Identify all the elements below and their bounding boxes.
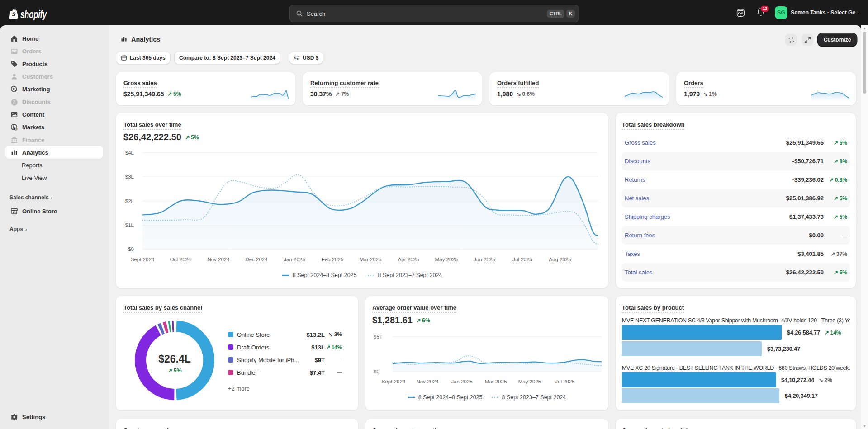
svg-text:Nov 2024: Nov 2024 bbox=[207, 257, 230, 262]
svg-text:Sept 2024: Sept 2024 bbox=[382, 379, 406, 384]
svg-text:↗ 5%: ↗ 5% bbox=[167, 368, 181, 374]
svg-text:$1L: $1L bbox=[125, 222, 134, 228]
svg-text:$5T: $5T bbox=[374, 334, 383, 339]
svg-text:May 2025: May 2025 bbox=[435, 257, 458, 262]
svg-text:$26.4L: $26.4L bbox=[158, 353, 191, 365]
svg-text:Jan 2025: Jan 2025 bbox=[284, 257, 305, 262]
svg-text:Jun 2025: Jun 2025 bbox=[474, 257, 495, 262]
svg-text:Jul 2025: Jul 2025 bbox=[555, 379, 574, 384]
svg-text:$2L: $2L bbox=[125, 198, 134, 204]
svg-text:Mar 2025: Mar 2025 bbox=[485, 379, 507, 384]
svg-text:$: $ bbox=[294, 56, 296, 60]
svg-text:Sept 2024: Sept 2024 bbox=[131, 257, 155, 262]
svg-text:$: $ bbox=[15, 127, 17, 131]
svg-text:Jul 2025: Jul 2025 bbox=[512, 257, 532, 262]
svg-text:Mar 2025: Mar 2025 bbox=[360, 257, 382, 262]
svg-text:Dec 2024: Dec 2024 bbox=[245, 257, 268, 262]
svg-text:May 2025: May 2025 bbox=[518, 379, 541, 384]
svg-text:$0: $0 bbox=[374, 369, 379, 374]
svg-text:Feb 2025: Feb 2025 bbox=[322, 257, 344, 262]
svg-text:Jan 2025: Jan 2025 bbox=[451, 379, 472, 384]
svg-text:Apr 2025: Apr 2025 bbox=[398, 257, 419, 262]
svg-text:$4L: $4L bbox=[125, 150, 134, 156]
svg-text:S: S bbox=[12, 11, 16, 18]
svg-text:$3L: $3L bbox=[125, 174, 134, 179]
svg-text:Oct 2024: Oct 2024 bbox=[170, 257, 191, 262]
svg-text:Aug 2025: Aug 2025 bbox=[549, 257, 571, 262]
svg-text:Nov 2024: Nov 2024 bbox=[416, 379, 439, 384]
svg-text:$0: $0 bbox=[128, 246, 134, 252]
